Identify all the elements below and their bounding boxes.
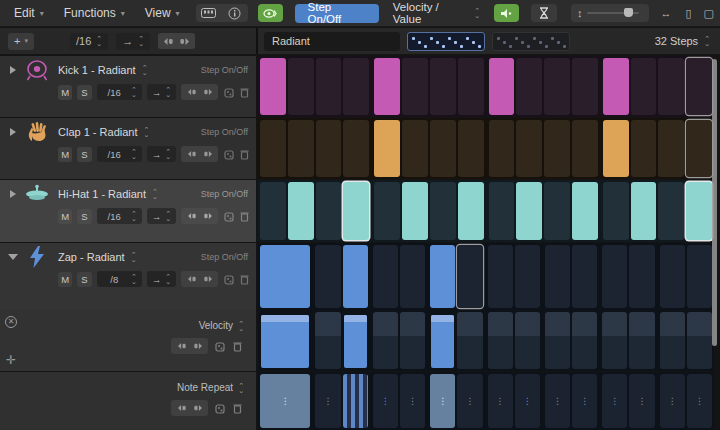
rotate-buttons[interactable] — [181, 271, 218, 287]
row-rate-stepper[interactable]: /8⌃⌄ — [97, 271, 142, 287]
rotate-right-icon[interactable] — [201, 272, 214, 286]
solo-button[interactable]: S — [77, 147, 91, 162]
step-cell[interactable] — [631, 120, 657, 177]
step-cell[interactable]: ⋮ — [687, 374, 712, 428]
step-cell[interactable] — [430, 312, 455, 369]
step-cell[interactable] — [260, 58, 286, 115]
step-cell[interactable] — [343, 120, 369, 177]
zoom-slider[interactable] — [587, 12, 639, 14]
rotate-left-icon[interactable] — [185, 85, 198, 99]
window-small-icon[interactable]: ▯ — [686, 7, 692, 20]
step-cell[interactable] — [603, 120, 629, 177]
step-cell[interactable] — [658, 120, 684, 177]
step-cell[interactable] — [458, 182, 484, 240]
zoom-slider-thumb[interactable] — [624, 8, 633, 17]
pattern-length-stepper[interactable]: 32 Steps ⌃⌄ — [655, 35, 710, 47]
step-cell[interactable] — [288, 182, 314, 240]
solo-button[interactable]: S — [77, 272, 91, 287]
step-cell[interactable] — [603, 182, 629, 240]
clear-trash-icon[interactable] — [239, 272, 250, 286]
mute-button[interactable]: M — [58, 209, 72, 224]
step-mode-button[interactable]: Step On/Off — [295, 4, 379, 23]
row-playmode-stepper[interactable]: →⌃⌄ — [147, 271, 176, 287]
track-header-clap[interactable]: Clap 1 - Radiant⌃⌄ Step On/Off M S /16⌃⌄… — [0, 118, 256, 179]
velocity-bar[interactable] — [431, 315, 454, 368]
step-cell[interactable] — [316, 120, 342, 177]
global-rate-stepper[interactable]: /16 ⌃⌄ — [70, 33, 108, 50]
step-cell[interactable] — [430, 120, 456, 177]
step-cell[interactable] — [687, 312, 712, 369]
zoom-horizontal-icon[interactable]: ↔ — [661, 7, 672, 19]
step-cell[interactable] — [374, 120, 400, 177]
step-cell[interactable] — [260, 312, 310, 369]
row-playmode-stepper[interactable]: →⌃⌄ — [147, 84, 176, 100]
rotate-buttons[interactable] — [171, 400, 208, 416]
step-cell[interactable] — [488, 312, 513, 369]
step-cell[interactable] — [457, 312, 482, 369]
step-cell[interactable] — [515, 312, 540, 369]
step-cell[interactable] — [686, 58, 712, 115]
row-playmode-stepper[interactable]: →⌃⌄ — [147, 146, 176, 162]
menu-functions[interactable]: Functions▾ — [56, 4, 133, 22]
add-row-button[interactable]: + ▾ — [8, 33, 34, 50]
step-cell[interactable] — [572, 245, 597, 308]
step-cell[interactable]: ⋮ — [488, 374, 513, 428]
menu-edit[interactable]: Edit▾ — [6, 4, 52, 22]
step-cell[interactable] — [516, 120, 542, 177]
track-name[interactable]: Hi-Hat 1 - Radiant⌃⌄ — [58, 188, 158, 200]
global-playmode-stepper[interactable]: → ⌃⌄ — [116, 33, 150, 50]
window-large-icon[interactable]: ▢ — [704, 7, 714, 20]
step-cell[interactable] — [602, 312, 627, 369]
rotate-buttons[interactable] — [181, 146, 218, 162]
step-cell[interactable] — [488, 245, 513, 308]
step-cell[interactable]: ⋮ — [545, 374, 570, 428]
close-subrow-icon[interactable]: ✕ — [5, 316, 17, 328]
step-cell[interactable] — [374, 58, 400, 115]
step-cell[interactable] — [374, 182, 400, 240]
rotate-buttons[interactable] — [181, 84, 218, 100]
track-header-zap[interactable]: Zap - Radiant⌃⌄ Step On/Off M S /8⌃⌄ →⌃⌄ — [0, 243, 256, 310]
step-cell[interactable]: ⋮ — [629, 374, 654, 428]
step-cell[interactable] — [315, 312, 340, 369]
step-cell[interactable] — [400, 312, 425, 369]
rotate-left-icon[interactable] — [185, 209, 198, 223]
step-cell[interactable] — [658, 58, 684, 115]
step-cell[interactable] — [373, 312, 398, 369]
edit-mode-selector[interactable]: Velocity / Value ⌃⌄ — [393, 1, 480, 25]
rotate-right-icon[interactable] — [201, 85, 214, 99]
rotate-left-icon[interactable] — [162, 34, 175, 48]
step-cell[interactable] — [660, 245, 685, 308]
step-cell[interactable]: ⋮ — [457, 374, 482, 428]
step-cell[interactable] — [631, 182, 657, 240]
vertical-scrollbar[interactable] — [712, 59, 717, 346]
step-cell[interactable] — [430, 58, 456, 115]
track-name[interactable]: Clap 1 - Radiant⌃⌄ — [58, 126, 149, 138]
step-cell[interactable] — [687, 245, 712, 308]
step-cell[interactable]: ⋮ — [572, 374, 597, 428]
step-cell[interactable] — [260, 120, 286, 177]
subrow-header-noterepeat[interactable]: Note Repeat⌃⌄ — [0, 372, 256, 430]
clear-trash-icon[interactable] — [231, 401, 244, 415]
step-cell[interactable] — [343, 182, 369, 240]
disclosure-triangle-icon[interactable] — [8, 254, 18, 260]
step-cell[interactable] — [373, 245, 398, 308]
step-cell[interactable] — [343, 312, 368, 369]
step-cell[interactable] — [515, 245, 540, 308]
disclosure-triangle-icon[interactable] — [10, 128, 16, 136]
step-cell[interactable] — [457, 245, 482, 308]
input-monitor-toggle[interactable] — [258, 4, 283, 22]
rotate-buttons[interactable] — [158, 33, 195, 49]
step-cell[interactable] — [658, 182, 684, 240]
step-cell[interactable] — [544, 120, 570, 177]
rotate-left-icon[interactable] — [175, 401, 188, 415]
step-cell[interactable]: ⋮ — [260, 374, 310, 428]
rotate-left-icon[interactable] — [175, 339, 188, 353]
rotate-right-icon[interactable] — [191, 339, 204, 353]
step-cell[interactable] — [343, 245, 368, 308]
step-cell[interactable] — [660, 312, 685, 369]
randomize-icon[interactable] — [223, 85, 234, 99]
step-cell[interactable] — [458, 58, 484, 115]
solo-button[interactable]: S — [77, 85, 91, 100]
mute-button[interactable]: M — [58, 272, 72, 287]
randomize-icon[interactable] — [213, 401, 226, 415]
